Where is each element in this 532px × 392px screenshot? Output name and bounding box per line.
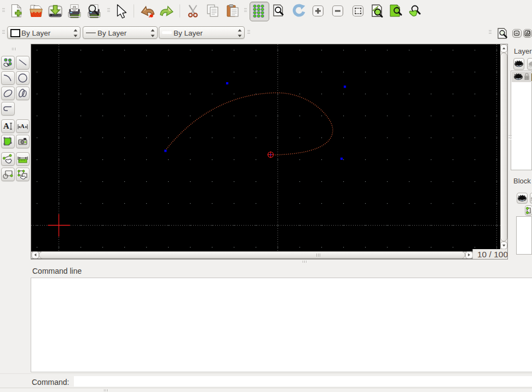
svg-text:10 / 100: 10 / 100: [477, 250, 507, 259]
svg-text:A: A: [3, 122, 9, 130]
svg-text:A: A: [20, 123, 25, 129]
